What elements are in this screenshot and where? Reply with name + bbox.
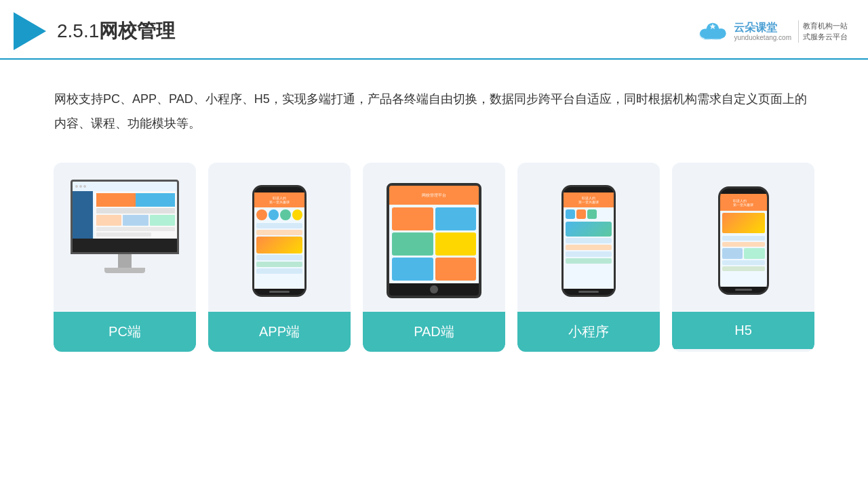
card-pad: 网校管理平台 PAD端 <box>363 163 505 352</box>
card-miniapp: 职进人的第一堂兴趣课 <box>517 163 660 352</box>
card-label-h5: H5 <box>672 312 814 349</box>
cards-container: PC端 职进人的第一堂兴趣课 <box>0 149 868 365</box>
brand-url: yunduoketang.com <box>734 34 791 41</box>
card-image-app: 职进人的第一堂兴趣课 <box>208 163 351 312</box>
tablet-icon: 网校管理平台 <box>387 183 481 298</box>
card-label-pc: PC端 <box>54 312 196 352</box>
page-title: 2.5.1网校管理 <box>57 18 175 44</box>
card-pc: PC端 <box>54 163 196 352</box>
card-label-miniapp: 小程序 <box>517 312 660 352</box>
header-right: 云朵课堂 yunduoketang.com 教育机构一站 式服务云平台 <box>696 19 848 43</box>
header-left: 2.5.1网校管理 <box>14 12 175 50</box>
page-title-text: 网校管理 <box>99 20 175 41</box>
phone-miniapp-icon: 职进人的第一堂兴趣课 <box>561 185 616 297</box>
description-text: 网校支持PC、APP、PAD、小程序、H5，实现多端打通，产品各终端自由切换，数… <box>54 87 814 136</box>
card-label-app: APP端 <box>208 312 351 352</box>
brand-name: 云朵课堂 <box>734 21 777 34</box>
card-h5: 职进人的第一堂兴趣课 H <box>672 163 814 352</box>
card-image-h5: 职进人的第一堂兴趣课 <box>672 163 814 312</box>
header: 2.5.1网校管理 云朵课堂 yunduoketang.com <box>0 0 868 60</box>
page-title-num: 2.5.1 <box>57 20 99 41</box>
card-label-pad: PAD端 <box>363 312 505 352</box>
pc-monitor-icon <box>67 180 182 302</box>
brand-logo: 云朵课堂 yunduoketang.com 教育机构一站 式服务云平台 <box>696 19 848 43</box>
card-image-pad: 网校管理平台 <box>363 163 505 312</box>
description: 网校支持PC、APP、PAD、小程序、H5，实现多端打通，产品各终端自由切换，数… <box>0 60 868 149</box>
brand-text-block: 云朵课堂 yunduoketang.com <box>734 21 791 41</box>
svg-point-7 <box>701 29 709 38</box>
card-app: 职进人的第一堂兴趣课 <box>208 163 351 352</box>
card-image-pc <box>54 163 196 312</box>
brand-tagline: 教育机构一站 式服务云平台 <box>798 20 848 43</box>
card-image-miniapp: 职进人的第一堂兴趣课 <box>517 163 660 312</box>
svg-point-8 <box>716 28 726 39</box>
logo-triangle-icon <box>14 12 46 50</box>
phone-h5-icon: 职进人的第一堂兴趣课 <box>718 186 769 295</box>
cloud-icon <box>696 19 730 43</box>
phone-app-icon: 职进人的第一堂兴趣课 <box>252 185 307 297</box>
